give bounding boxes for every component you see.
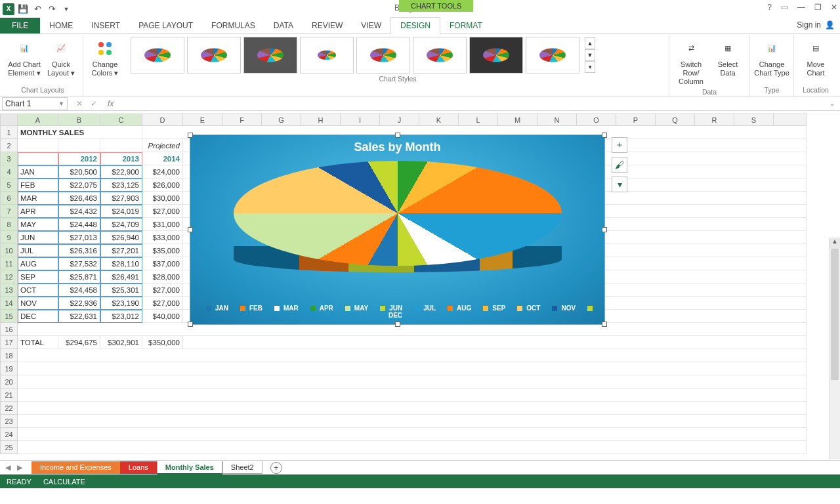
new-sheet-button[interactable]: + bbox=[270, 462, 282, 474]
scroll-thumb[interactable] bbox=[831, 249, 839, 380]
cell[interactable]: $27,000 bbox=[142, 284, 183, 297]
col-header[interactable]: R bbox=[695, 114, 734, 126]
resize-handle[interactable] bbox=[602, 227, 607, 232]
cell[interactable]: MAY bbox=[18, 218, 58, 231]
cell[interactable]: $302,901 bbox=[100, 336, 142, 349]
select-data-button[interactable]: ▦Select Data bbox=[710, 37, 746, 87]
tab-view[interactable]: VIEW bbox=[352, 18, 390, 33]
chart-style-6[interactable] bbox=[413, 37, 467, 74]
cell[interactable]: $20,500 bbox=[58, 165, 100, 178]
resize-handle[interactable] bbox=[188, 322, 193, 327]
chart-style-3[interactable] bbox=[243, 37, 297, 74]
cell[interactable]: $30,000 bbox=[142, 192, 183, 205]
cell[interactable]: 2014 bbox=[142, 152, 183, 165]
cell[interactable]: $26,940 bbox=[100, 231, 142, 244]
cell[interactable]: SEP bbox=[18, 270, 58, 284]
cell[interactable]: MAR bbox=[18, 192, 58, 205]
chart-style-5[interactable] bbox=[356, 37, 410, 74]
cell[interactable]: $27,000 bbox=[142, 205, 183, 218]
cell[interactable]: TOTAL bbox=[18, 336, 58, 349]
sheet-tab-income[interactable]: Income and Expenses bbox=[32, 461, 120, 474]
cell[interactable]: $22,900 bbox=[100, 165, 142, 178]
tab-file[interactable]: FILE bbox=[0, 18, 40, 33]
undo-icon[interactable]: ↶ bbox=[32, 3, 43, 15]
cell[interactable]: $24,019 bbox=[100, 205, 142, 218]
accept-formula-icon[interactable]: ✓ bbox=[91, 99, 97, 108]
cell[interactable]: $350,000 bbox=[142, 336, 183, 349]
resize-handle[interactable] bbox=[188, 227, 193, 232]
name-box-dropdown-icon[interactable]: ▼ bbox=[58, 100, 64, 107]
chart-filters-button[interactable]: ▾ bbox=[612, 177, 627, 192]
quick-layout-button[interactable]: 📈Quick Layout ▾ bbox=[43, 37, 79, 85]
cell[interactable]: $27,903 bbox=[100, 192, 142, 205]
cell[interactable]: NOV bbox=[18, 297, 58, 310]
redo-icon[interactable]: ↷ bbox=[46, 3, 58, 15]
cell[interactable]: $22,075 bbox=[58, 178, 100, 192]
cell[interactable]: $27,013 bbox=[58, 231, 100, 244]
formula-expand-icon[interactable]: ⌄ bbox=[830, 100, 840, 107]
col-header[interactable]: P bbox=[616, 114, 656, 126]
cell[interactable]: $23,125 bbox=[100, 178, 142, 192]
tab-insert[interactable]: INSERT bbox=[82, 18, 129, 33]
tab-data[interactable]: DATA bbox=[264, 18, 303, 33]
tab-review[interactable]: REVIEW bbox=[303, 18, 352, 33]
col-header[interactable]: D bbox=[142, 114, 183, 126]
col-header[interactable]: G bbox=[262, 114, 301, 126]
cell[interactable]: $22,631 bbox=[58, 310, 100, 323]
cell[interactable]: $28,110 bbox=[100, 257, 142, 270]
cell[interactable]: $22,936 bbox=[58, 297, 100, 310]
cell[interactable]: FEB bbox=[18, 178, 58, 192]
cell[interactable]: $26,000 bbox=[142, 178, 183, 192]
sheet-tab-loans[interactable]: Loans bbox=[120, 461, 157, 474]
cell[interactable]: $31,000 bbox=[142, 218, 183, 231]
cell[interactable]: $26,491 bbox=[100, 270, 142, 284]
cell[interactable]: $24,458 bbox=[58, 284, 100, 297]
cell[interactable]: $27,201 bbox=[100, 244, 142, 257]
tab-page-layout[interactable]: PAGE LAYOUT bbox=[129, 18, 202, 33]
cancel-formula-icon[interactable]: ✕ bbox=[76, 99, 83, 108]
scroll-up-icon[interactable]: ▲ bbox=[830, 238, 840, 249]
embedded-chart[interactable]: Sales by Month JANFEBMARAPRMAYJUNJULAUGS… bbox=[190, 135, 605, 325]
cell[interactable]: $33,000 bbox=[142, 231, 183, 244]
cell[interactable]: JUL bbox=[18, 244, 58, 257]
cell[interactable]: $24,709 bbox=[100, 218, 142, 231]
resize-handle[interactable] bbox=[395, 133, 400, 138]
switch-row-column-button[interactable]: ⇄Switch Row/ Column bbox=[673, 37, 709, 87]
col-header[interactable]: K bbox=[419, 114, 459, 126]
help-icon[interactable]: ? bbox=[767, 3, 772, 12]
tab-design[interactable]: DESIGN bbox=[390, 17, 440, 34]
col-header[interactable]: L bbox=[459, 114, 498, 126]
cell[interactable]: $23,190 bbox=[100, 297, 142, 310]
resize-handle[interactable] bbox=[188, 133, 193, 138]
change-chart-type-button[interactable]: 📊Change Chart Type bbox=[754, 37, 789, 85]
cell[interactable]: JAN bbox=[18, 165, 58, 178]
sign-in[interactable]: Sign in 👤 bbox=[797, 20, 835, 30]
maximize-icon[interactable]: ❐ bbox=[814, 3, 822, 12]
cell[interactable]: $25,871 bbox=[58, 270, 100, 284]
save-icon[interactable]: 💾 bbox=[17, 3, 29, 15]
col-header[interactable]: C bbox=[100, 114, 142, 126]
sheet-nav-next-icon[interactable]: ▶ bbox=[17, 463, 22, 472]
tab-formulas[interactable]: FORMULAS bbox=[202, 18, 264, 33]
col-header[interactable]: A bbox=[18, 114, 58, 126]
cell[interactable]: $35,000 bbox=[142, 244, 183, 257]
cell[interactable]: $26,463 bbox=[58, 192, 100, 205]
cell[interactable]: $24,432 bbox=[58, 205, 100, 218]
col-header[interactable]: B bbox=[58, 114, 100, 126]
chart-style-2[interactable] bbox=[187, 37, 241, 74]
col-header[interactable]: E bbox=[183, 114, 222, 126]
cell[interactable]: 2012 bbox=[58, 152, 100, 165]
sheet-nav-prev-icon[interactable]: ◀ bbox=[5, 463, 10, 472]
col-header[interactable]: J bbox=[380, 114, 419, 126]
cell[interactable]: $24,000 bbox=[142, 165, 183, 178]
cell[interactable]: AUG bbox=[18, 257, 58, 270]
col-header[interactable]: I bbox=[341, 114, 380, 126]
cell[interactable]: $28,000 bbox=[142, 270, 183, 284]
fx-icon[interactable]: fx bbox=[104, 99, 117, 108]
col-header[interactable]: N bbox=[537, 114, 577, 126]
chart-styles-button[interactable]: 🖌 bbox=[612, 157, 627, 173]
tab-format[interactable]: FORMAT bbox=[440, 18, 492, 33]
chart-styles-scroll[interactable]: ▲▼▾ bbox=[585, 37, 595, 73]
cell[interactable]: $27,000 bbox=[142, 297, 183, 310]
ribbon-options-icon[interactable]: ▭ bbox=[781, 3, 788, 12]
